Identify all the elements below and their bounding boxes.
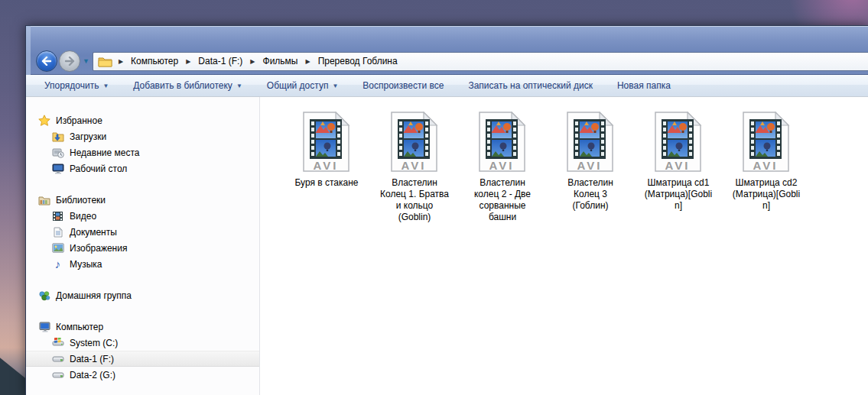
sidebar-item-recent-places[interactable]: Недавние места bbox=[26, 144, 259, 160]
avi-file-icon: AVI bbox=[478, 112, 527, 173]
homegroup-icon bbox=[37, 290, 50, 302]
forward-button[interactable] bbox=[59, 50, 80, 72]
sidebar-item-pictures[interactable]: Изображения bbox=[26, 240, 259, 256]
svg-text:AVI: AVI bbox=[665, 159, 691, 172]
recent-places-icon bbox=[51, 147, 64, 159]
sidebar-item-label: Музыка bbox=[70, 259, 102, 270]
sidebar-item-documents[interactable]: Документы bbox=[26, 224, 259, 240]
file-name-label[interactable]: Властелин Колец 1. Братва и кольцо (Gobl… bbox=[380, 177, 449, 223]
title-bar[interactable] bbox=[31, 26, 868, 48]
video-library-icon bbox=[51, 210, 64, 222]
sidebar-item-homegroup[interactable]: Домашняя группа bbox=[26, 287, 259, 303]
avi-file-icon: AVI bbox=[742, 112, 791, 173]
organize-menu-label: Упорядочить bbox=[44, 80, 99, 91]
burn-to-disc-label: Записать на оптический диск bbox=[468, 80, 593, 91]
share-menu-button[interactable]: Общий доступ ▼ bbox=[262, 77, 348, 94]
system-drive-icon bbox=[51, 337, 64, 349]
explorer-window: ▼ ▶ Компьютер ▶ Data-1 (F:) ▶ Фильмы ▶ П… bbox=[25, 25, 868, 395]
file-item[interactable]: AVI Буря в стакане bbox=[286, 112, 367, 189]
dropdown-chevron-icon: ▼ bbox=[332, 83, 338, 89]
desktop-icon bbox=[51, 163, 64, 175]
avi-file-icon: AVI bbox=[302, 112, 351, 173]
sidebar-item-computer[interactable]: Компьютер bbox=[26, 319, 259, 335]
sidebar-item-drive-c[interactable]: System (C:) bbox=[26, 335, 259, 351]
sidebar-item-label: Загрузки bbox=[70, 131, 106, 142]
file-item[interactable]: AVI Властелин Колец 3 (Гоблин) bbox=[550, 112, 631, 212]
breadcrumb-segment-films[interactable]: Фильмы bbox=[262, 54, 300, 68]
data-drive-icon bbox=[51, 353, 64, 365]
computer-section: Компьютер bbox=[26, 319, 259, 383]
music-icon: ♪ bbox=[51, 258, 64, 270]
sidebar-item-label: Рабочий стол bbox=[70, 164, 127, 174]
breadcrumb-arrow-icon[interactable]: ▶ bbox=[302, 58, 313, 65]
add-to-library-menu-button[interactable]: Добавить в библиотеку ▼ bbox=[128, 77, 251, 94]
sidebar-item-label: Компьютер bbox=[56, 322, 103, 332]
dropdown-chevron-icon: ▼ bbox=[102, 83, 109, 89]
organize-menu-button[interactable]: Упорядочить ▼ bbox=[40, 77, 118, 94]
new-folder-button[interactable]: Новая папка bbox=[613, 77, 680, 94]
libraries-section: Библиотеки Виде bbox=[26, 192, 259, 272]
libraries-icon bbox=[37, 194, 50, 206]
svg-text:AVI: AVI bbox=[314, 159, 339, 172]
file-name-label[interactable]: Шматрица cd2 (Матрица)[Gobli n] bbox=[733, 177, 800, 212]
svg-text:AVI: AVI bbox=[753, 159, 779, 172]
avi-file-icon: AVI bbox=[654, 112, 703, 173]
window-glass-frame: ▼ ▶ Компьютер ▶ Data-1 (F:) ▶ Фильмы ▶ П… bbox=[26, 26, 868, 75]
sidebar-item-downloads[interactable]: Загрузки bbox=[26, 128, 259, 144]
share-menu-label: Общий доступ bbox=[267, 80, 329, 91]
sidebar-item-favorites[interactable]: Избранное bbox=[26, 112, 259, 128]
address-bar[interactable]: ▶ Компьютер ▶ Data-1 (F:) ▶ Фильмы ▶ Пре… bbox=[93, 52, 868, 71]
downloads-folder-icon bbox=[51, 131, 64, 143]
pictures-icon bbox=[51, 242, 64, 254]
svg-text:AVI: AVI bbox=[401, 159, 427, 172]
breadcrumb-arrow-icon[interactable]: ▶ bbox=[183, 58, 193, 65]
homegroup-section: Домашняя группа bbox=[26, 287, 259, 303]
play-all-button[interactable]: Воспроизвести все bbox=[358, 77, 453, 94]
breadcrumb-arrow-icon[interactable]: ▶ bbox=[247, 58, 258, 65]
sidebar-item-desktop[interactable]: Рабочий стол bbox=[26, 160, 259, 176]
sidebar-item-label: Недавние места bbox=[70, 147, 139, 158]
file-item[interactable]: AVI Властелин колец 2 - Две сорванные ба… bbox=[462, 112, 543, 223]
svg-text:AVI: AVI bbox=[489, 159, 515, 172]
data-drive-icon bbox=[51, 369, 64, 381]
file-name-label[interactable]: Буря в стакане bbox=[294, 177, 358, 189]
breadcrumb-segment-drive[interactable]: Data-1 (F:) bbox=[197, 54, 244, 68]
back-button[interactable] bbox=[36, 50, 57, 72]
sidebar-item-label: Избранное bbox=[56, 115, 102, 126]
navigation-pane: Избранное Загрузки bbox=[26, 97, 260, 395]
sidebar-item-label: Библиотеки bbox=[56, 195, 106, 206]
dropdown-chevron-icon: ▼ bbox=[236, 83, 242, 89]
add-to-library-label: Добавить в библиотеку bbox=[133, 80, 232, 91]
new-folder-label: Новая папка bbox=[617, 80, 671, 91]
play-all-label: Воспроизвести все bbox=[362, 80, 444, 91]
sidebar-item-drive-g[interactable]: Data-2 (G:) bbox=[26, 367, 259, 383]
sidebar-item-label: Домашняя группа bbox=[56, 290, 132, 301]
computer-icon bbox=[37, 321, 50, 333]
sidebar-item-label: Видео bbox=[70, 211, 96, 222]
svg-text:AVI: AVI bbox=[577, 159, 603, 172]
sidebar-item-videos[interactable]: Видео bbox=[26, 208, 259, 224]
sidebar-item-drive-f[interactable]: Data-1 (F:) bbox=[26, 351, 259, 367]
command-toolbar: Упорядочить ▼ Добавить в библиотеку ▼ Об… bbox=[26, 75, 868, 97]
recent-pages-chevron-icon[interactable]: ▼ bbox=[83, 57, 89, 65]
favorites-section: Избранное Загрузки bbox=[26, 112, 259, 176]
breadcrumb-segment-current-folder[interactable]: Преревод Гоблина bbox=[317, 54, 399, 68]
avi-file-icon: AVI bbox=[566, 112, 615, 173]
sidebar-item-music[interactable]: ♪ Музыка bbox=[26, 256, 259, 272]
file-item[interactable]: AVI Властелин Колец 1. Братва и кольцо (… bbox=[374, 112, 455, 223]
file-name-label[interactable]: Властелин Колец 3 (Гоблин) bbox=[567, 177, 613, 212]
sidebar-item-libraries[interactable]: Библиотеки bbox=[26, 192, 259, 208]
breadcrumb-segment-computer[interactable]: Компьютер bbox=[129, 54, 180, 68]
file-name-label[interactable]: Шматрица cd1 (Матрица)[Gobli n] bbox=[645, 177, 712, 212]
burn-to-disc-button[interactable]: Записать на оптический диск bbox=[463, 77, 602, 94]
file-list-view: AVI Буря в стакане AVI Властелин Колец 1… bbox=[260, 97, 868, 395]
sidebar-item-label: Изображения bbox=[70, 243, 127, 254]
file-item[interactable]: AVI Шматрица cd2 (Матрица)[Gobli n] bbox=[726, 112, 807, 212]
address-folder-icon bbox=[98, 56, 112, 67]
breadcrumb-arrow-icon[interactable]: ▶ bbox=[115, 58, 126, 65]
documents-icon bbox=[51, 226, 64, 238]
file-name-label[interactable]: Властелин колец 2 - Две сорванные башни bbox=[474, 177, 531, 223]
star-icon bbox=[37, 115, 50, 127]
file-item[interactable]: AVI Шматрица cd1 (Матрица)[Gobli n] bbox=[638, 112, 719, 212]
sidebar-item-label: Документы bbox=[70, 227, 117, 238]
